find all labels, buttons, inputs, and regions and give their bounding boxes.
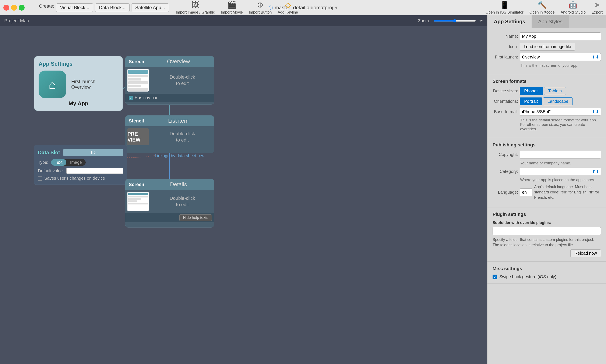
stencil-header: Stencil List item [125,116,214,126]
base-format-hint: This is the default screen format for yo… [520,118,601,131]
category-select-wrapper: ⬆⬇ [520,168,601,175]
screen-details-preview [127,192,149,211]
android-studio-tool[interactable]: 🤖 Android Studio [561,0,586,15]
device-size-buttons: Phones Tablets [520,87,566,95]
phones-button[interactable]: Phones [520,87,543,95]
base-format-select[interactable]: iPhone 5/SE 4" [520,108,601,116]
plugin-hint: Specify a folder that contains custom pl… [493,237,601,248]
canvas[interactable]: Project Map Zoom: ☀ App Settings [0,15,487,364]
plugin-title: Plugin settings [493,212,601,217]
preview-line-5 [128,88,148,91]
orientations-label: Orientations: [493,99,518,104]
android-studio-icon: 🤖 [568,0,578,9]
has-navbar-row: ✓ Has nav bar [125,94,214,102]
stencil-dbl-click[interactable]: Double-click to edit [151,126,214,147]
panel-name-section: Name: Icon: Load icon from image file Fi… [487,28,606,74]
chevron-down-icon: ▾ [335,5,337,11]
main-layout: Project Map Zoom: ☀ App Settings [0,15,606,364]
subfolder-input[interactable] [493,227,601,235]
type-text-option[interactable]: Text [51,159,66,166]
open-ios-simulator-tool[interactable]: 📱 Open in iOS Simulator [485,0,524,15]
device-sizes-row: Device sizes: Phones Tablets [493,87,601,95]
screen-overview-body: Double-click to edit [125,67,214,94]
export-tool[interactable]: ➤ Export [592,0,603,15]
default-value-input[interactable] [66,168,123,174]
misc-section: Misc settings ✓ Swipe back gesture (iOS … [487,262,606,284]
portrait-button[interactable]: Portrait [520,97,542,105]
screen-details-type: Screen [129,182,144,187]
language-input[interactable] [520,188,532,196]
import-button-tool[interactable]: ⊕ Import Button [249,0,272,15]
visual-block-button[interactable]: Visual Block... [56,3,93,12]
close-button[interactable] [3,5,9,11]
screen-details-node[interactable]: Screen Details Double-click to edit [125,179,214,228]
screen-overview-header: Screen Overview [125,56,214,67]
name-input[interactable] [520,32,601,40]
minimize-button[interactable] [11,5,17,11]
hide-help-button[interactable]: Hide help texts [179,214,212,221]
type-image-option[interactable]: Image [66,159,86,166]
screen-overview-dbl-click[interactable]: Double-click to edit [151,67,214,94]
import-movie-tool[interactable]: 🎬 Import Movie [221,0,243,15]
screen-overview-node[interactable]: Screen Overview Double-click to edit [125,56,214,105]
orientation-buttons: Portrait Landscape [520,97,573,105]
tablets-button[interactable]: Tablets [544,87,566,95]
toolbar-right: 📱 Open in iOS Simulator 🔨 Open in Xcode … [485,0,603,15]
import-movie-icon: 🎬 [227,0,237,9]
swipe-back-checkbox[interactable]: ✓ [493,274,497,279]
zoom-label: Zoom: [418,18,430,23]
satellite-app-button[interactable]: Satellite App... [131,3,169,12]
open-xcode-tool[interactable]: 🔨 Open in Xcode [529,0,555,15]
swipe-back-label: Swipe back gesture (iOS only) [499,274,556,279]
landscape-button[interactable]: Landscape [543,97,573,105]
saves-checkbox[interactable] [38,176,42,181]
copyright-input[interactable] [520,151,601,158]
misc-title: Misc settings [493,266,601,272]
tab-app-styles[interactable]: App Styles [532,15,569,28]
base-format-row: Base format: iPhone 5/SE 4" ⬆⬇ [493,108,601,116]
window-title: ⬡ master_detail.apiomatproj ▾ [269,5,337,11]
app-settings-node[interactable]: App Settings ⌂ First launch: Overview My… [34,56,123,111]
preview-line-1 [128,75,148,77]
maximize-button[interactable] [19,5,25,11]
traffic-lights [3,5,25,11]
screen-details-body: Double-click to edit [125,190,214,213]
panel-name-row: Name: [493,32,601,40]
ios-simulator-icon: 📱 [500,0,509,9]
screen-overview-preview [127,69,149,91]
data-slot-type-row: Type: Text Image [38,159,123,166]
screen-details-dbl-click[interactable]: Double-click to edit [151,190,214,213]
copyright-label: Copyright: [493,152,518,157]
screen-overview-name: Overview [146,58,211,65]
has-navbar-checkbox[interactable]: ✓ [129,96,133,100]
import-image-tool[interactable]: 🖼 Import Image / Graphic [176,0,215,15]
stencil-node[interactable]: Stencil List item PRE VIEW Double-click … [125,115,214,153]
data-slot-id: ID [63,149,123,156]
zoom-slider[interactable] [433,19,476,23]
data-slot-node[interactable]: Data Slot ID Type: Text Image Default va… [34,145,127,185]
stencil-name-label: List item [146,117,211,124]
screen-details-header: Screen Details [125,179,214,190]
reload-button[interactable]: Reload now [570,249,601,257]
import-button-label: Import Button [249,10,272,15]
load-icon-button[interactable]: Load icon from image file [520,43,575,51]
saves-checkbox-row: Saves user's changes on device [38,176,123,181]
data-block-button[interactable]: Data Block... [95,3,130,12]
preview-line-3 [128,81,148,84]
preview-line-2 [128,78,141,80]
first-launch-select[interactable]: Overview [520,53,601,61]
stencil-body: PRE VIEW Double-click to edit [125,126,214,147]
export-label: Export [592,10,603,15]
import-button-icon: ⊕ [257,0,263,9]
category-select[interactable] [520,168,601,175]
canvas-content[interactable]: App Settings ⌂ First launch: Overview My… [0,26,487,364]
saves-label: Saves user's changes on device [44,176,105,181]
publishing-section: Publishing settings Copyright: Your name… [487,138,606,208]
tab-app-settings[interactable]: App Settings [487,15,532,28]
type-toggle[interactable]: Text Image [51,159,86,166]
canvas-title: Project Map [4,18,29,24]
device-sizes-label: Device sizes: [493,89,518,93]
xcode-icon: 🔨 [537,0,547,9]
language-label: Language: [493,190,518,195]
canvas-header: Project Map Zoom: ☀ [0,15,487,26]
